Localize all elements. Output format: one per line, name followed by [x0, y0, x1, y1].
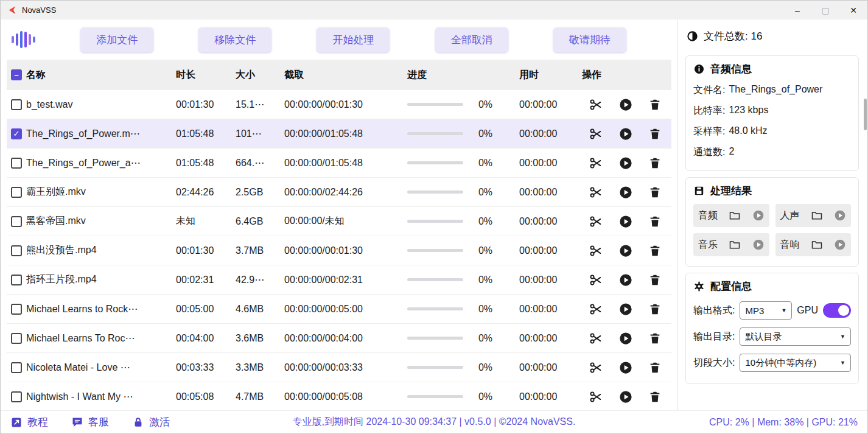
- play-button[interactable]: [618, 272, 634, 288]
- delete-button[interactable]: [647, 214, 663, 229]
- row-checkbox[interactable]: [11, 216, 22, 227]
- play-button[interactable]: [618, 126, 634, 142]
- row-checkbox[interactable]: [11, 304, 22, 315]
- delete-button[interactable]: [647, 243, 663, 259]
- open-folder-button[interactable]: [811, 239, 823, 251]
- table-row[interactable]: ✓ The_Rings_of_Power.m⋯ 01:05:48 101⋯ 00…: [7, 119, 671, 149]
- cut-button[interactable]: [588, 184, 604, 200]
- main-content: 添加文件 移除文件 开始处理 全部取消 敬请期待 − 名称 时长 大小 截取: [1, 19, 867, 410]
- delete-button[interactable]: [647, 272, 663, 288]
- trash-icon: [648, 303, 662, 316]
- scrollbar-thumb[interactable]: [864, 99, 867, 130]
- delete-button[interactable]: [647, 184, 663, 200]
- delete-button[interactable]: [647, 301, 663, 317]
- play-button[interactable]: [618, 97, 634, 113]
- preview-play-button[interactable]: [834, 239, 846, 251]
- select-all-checkbox[interactable]: −: [11, 69, 22, 80]
- open-folder-button[interactable]: [729, 209, 741, 222]
- add-files-button[interactable]: 添加文件: [80, 27, 153, 52]
- preview-play-button[interactable]: [834, 209, 846, 222]
- delete-button[interactable]: [647, 126, 663, 142]
- table-row[interactable]: 指环王片段.mp4 00:02:31 42.9⋯ 00:00:00/00:02:…: [7, 265, 671, 295]
- delete-button[interactable]: [647, 360, 663, 376]
- table-row[interactable]: 熊出没预告.mp4 00:01:30 3.7MB 00:00:00/00:01:…: [7, 236, 671, 265]
- delete-button[interactable]: [647, 97, 663, 113]
- preview-play-button[interactable]: [752, 239, 765, 251]
- progress-bar: [407, 278, 463, 281]
- file-size: 3.6MB: [236, 333, 284, 344]
- audio-info-section: 音频信息 文件名:The_Rings_of_Power 比特率:123 kbps…: [685, 55, 859, 171]
- tutorial-link[interactable]: 教程: [10, 415, 48, 429]
- row-checkbox[interactable]: [11, 275, 22, 285]
- remove-files-button[interactable]: 移除文件: [198, 27, 271, 52]
- coming-soon-button[interactable]: 敬请期待: [553, 27, 626, 52]
- cut-button[interactable]: [588, 126, 604, 142]
- table-row[interactable]: The_Rings_of_Power_a⋯ 01:05:48 664.⋯ 00:…: [7, 149, 671, 178]
- row-checkbox[interactable]: [11, 333, 22, 344]
- delete-button[interactable]: [647, 331, 663, 346]
- maximize-button[interactable]: ▢: [811, 1, 839, 19]
- support-link[interactable]: 客服: [71, 415, 109, 429]
- table-row[interactable]: Nightwish - I Want My ⋯ 00:05:08 4.7MB 0…: [7, 382, 671, 410]
- cut-button[interactable]: [588, 155, 604, 171]
- minimize-button[interactable]: –: [783, 1, 811, 19]
- cut-button[interactable]: [588, 360, 604, 376]
- table-row[interactable]: 黑客帝国.mkv 未知 6.4GB 00:00:00/未知 0% 00:00:0…: [7, 207, 671, 236]
- delete-button[interactable]: [647, 155, 663, 171]
- play-button[interactable]: [618, 331, 634, 346]
- activate-link[interactable]: 激活: [132, 415, 170, 429]
- toolbar-buttons: 添加文件 移除文件 开始处理 全部取消 敬请期待: [35, 27, 671, 52]
- table-row[interactable]: b_test.wav 00:01:30 15.1⋯ 00:00:00/00:01…: [7, 90, 671, 119]
- preview-play-button[interactable]: [752, 209, 765, 222]
- cancel-all-button[interactable]: 全部取消: [435, 27, 508, 52]
- open-folder-button[interactable]: [729, 239, 741, 251]
- output-dir-select[interactable]: 默认目录 ▼: [740, 327, 851, 346]
- row-checkbox[interactable]: [11, 245, 22, 256]
- play-button[interactable]: [618, 184, 634, 200]
- gpu-toggle[interactable]: [823, 303, 851, 318]
- column-header-size: 大小: [236, 69, 284, 82]
- cut-button[interactable]: [588, 331, 604, 346]
- row-checkbox[interactable]: ✓: [11, 128, 22, 139]
- table-row[interactable]: Nicoleta Matei - Love ⋯ 00:03:33 3.3MB 0…: [7, 353, 671, 382]
- table-row[interactable]: Michael Learns To Roc⋯ 00:04:00 3.6MB 00…: [7, 324, 671, 353]
- open-folder-button[interactable]: [811, 209, 823, 222]
- cut-button[interactable]: [588, 214, 604, 229]
- scissors-icon: [589, 390, 603, 404]
- trash-icon: [648, 332, 662, 345]
- cut-button[interactable]: [588, 243, 604, 259]
- cut-button[interactable]: [588, 272, 604, 288]
- file-name: Michael Learns To Roc⋯: [26, 332, 176, 344]
- table-row[interactable]: Michael Learns to Rock⋯ 00:05:00 4.6MB 0…: [7, 295, 671, 324]
- cut-button[interactable]: [588, 97, 604, 113]
- output-format-select[interactable]: MP3 ▼: [740, 301, 792, 320]
- trash-icon: [648, 244, 662, 257]
- progress-bar: [407, 366, 463, 369]
- bitrate-label: 比特率:: [693, 105, 725, 117]
- play-icon: [752, 239, 765, 251]
- close-button[interactable]: ✕: [839, 1, 867, 19]
- table-row[interactable]: 霸王别姬.mkv 02:44:26 2.5GB 00:00:00/02:44:2…: [7, 178, 671, 207]
- trash-icon: [648, 390, 662, 404]
- row-checkbox[interactable]: [11, 187, 22, 198]
- progress-percent: 0%: [471, 245, 492, 256]
- cut-button[interactable]: [588, 301, 604, 317]
- cut-button[interactable]: [588, 389, 604, 405]
- play-button[interactable]: [618, 155, 634, 171]
- play-button[interactable]: [618, 301, 634, 317]
- table-header: − 名称 时长 大小 截取 进度 用时 操作: [7, 60, 671, 90]
- row-checkbox[interactable]: [11, 158, 22, 169]
- output-format-value: MP3: [745, 306, 764, 316]
- play-button[interactable]: [618, 389, 634, 405]
- file-elapsed: 00:00:00: [519, 333, 582, 344]
- chunk-size-select[interactable]: 10分钟(中等内存) ▼: [740, 354, 851, 372]
- info-icon: [693, 63, 705, 75]
- row-checkbox[interactable]: [11, 99, 22, 110]
- row-checkbox[interactable]: [11, 362, 22, 373]
- row-checkbox[interactable]: [11, 391, 22, 402]
- play-button[interactable]: [618, 214, 634, 229]
- play-button[interactable]: [618, 243, 634, 259]
- delete-button[interactable]: [647, 389, 663, 405]
- play-button[interactable]: [618, 360, 634, 376]
- start-processing-button[interactable]: 开始处理: [317, 27, 390, 52]
